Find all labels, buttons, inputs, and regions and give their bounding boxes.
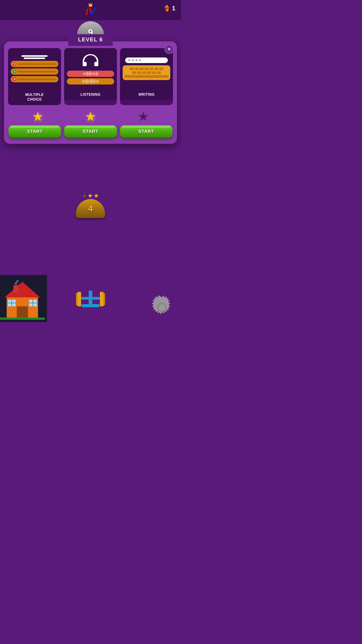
writing-start-label: START: [138, 129, 154, 134]
svg-rect-19: [100, 292, 103, 306]
writing-icon-area: [120, 48, 173, 90]
svg-point-22: [159, 304, 165, 310]
mc-start-label: START: [27, 129, 43, 134]
headphones-icon: [81, 53, 99, 68]
writing-star: ★: [137, 110, 149, 123]
mc-star: ★: [32, 110, 43, 123]
svg-marker-2: [4, 282, 40, 298]
mc-label: MULTIPLE CHOICE: [8, 90, 61, 105]
fire-icon: [164, 4, 170, 12]
mc-icon-area: ✕ ✓ ✕: [8, 48, 61, 90]
listening-label: LISTENING: [64, 90, 117, 100]
house-icon: [0, 275, 45, 320]
writing-start-button[interactable]: START: [120, 125, 173, 138]
app-logo: 👑 iV: [77, 3, 104, 16]
svg-point-12: [16, 280, 19, 283]
svg-point-0: [166, 9, 168, 11]
weights-icon: [73, 282, 108, 313]
listening-star: ★: [85, 110, 96, 123]
weights-container: [73, 282, 108, 313]
listening-card[interactable]: LISTENING: [64, 48, 117, 105]
fire-badge: 1: [164, 4, 175, 12]
gear-icon: [147, 293, 177, 322]
multiple-choice-card[interactable]: ✕ ✓ ✕: [8, 48, 61, 105]
svg-rect-13: [0, 318, 45, 320]
listening-icon-area: [64, 48, 117, 90]
close-icon: ×: [168, 47, 171, 52]
house-container: [0, 275, 47, 322]
writing-label: WRITING: [120, 90, 173, 100]
start-buttons-row: START START START: [8, 125, 173, 139]
stars-row: ★ ★ ★: [8, 105, 173, 125]
activity-cards: ✕ ✓ ✕: [8, 48, 173, 105]
close-button[interactable]: ×: [164, 44, 174, 54]
level-header-tab: LEVEL 6: [68, 34, 113, 46]
svg-rect-10: [13, 285, 18, 293]
svg-point-11: [15, 282, 17, 285]
writing-card[interactable]: WRITING: [120, 48, 173, 105]
gear-container: [147, 293, 177, 322]
listening-start-label: START: [83, 129, 98, 134]
level-modal: LEVEL 6 × ✕: [4, 41, 177, 144]
fire-count: 1: [172, 5, 175, 12]
mc-start-button[interactable]: START: [8, 125, 61, 138]
level-4-label: 4: [88, 204, 93, 213]
svg-rect-17: [77, 292, 81, 306]
svg-rect-20: [81, 297, 100, 300]
node4-stars: ★ ★ ★: [82, 192, 99, 199]
level-title: LEVEL 6: [78, 36, 103, 42]
listening-start-button[interactable]: START: [64, 125, 117, 138]
